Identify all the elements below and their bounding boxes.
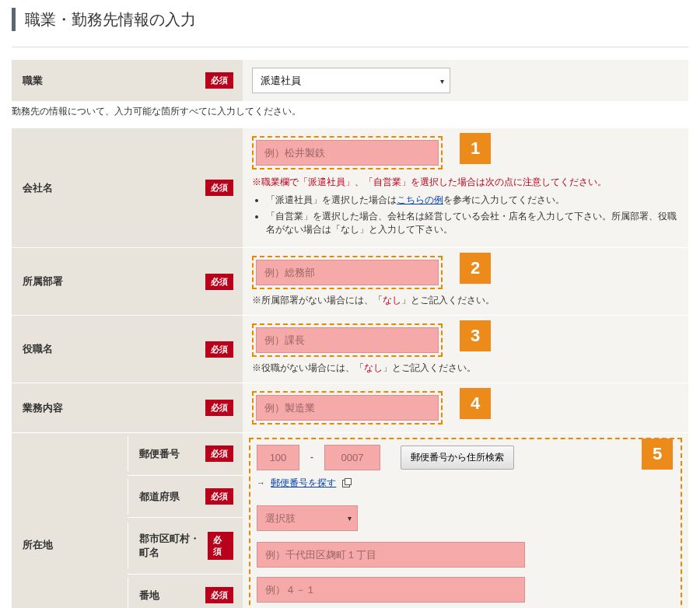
department-highlight: 2: [252, 256, 443, 289]
postal-search-button[interactable]: 郵便番号から住所検索: [401, 446, 514, 470]
company-bullet-2: 「自営業」を選択した場合、会社名は経営している会社・店名を入力して下さい。所属部…: [266, 210, 679, 236]
occupation-select-wrap: 派遣社員 ▾: [252, 68, 450, 93]
company-warn: ※職業欄で「派遣社員」、「自営業」を選択した場合は次の点に注意してください。: [252, 176, 679, 189]
dash: -: [310, 452, 313, 463]
title-accent: [12, 8, 16, 31]
arrow-right-icon: →: [257, 478, 265, 487]
address-group-label: 所在地: [12, 433, 128, 609]
banchi-label: 番地: [139, 589, 159, 603]
external-link-icon: [342, 480, 350, 487]
company-name-highlight: 1: [252, 136, 443, 169]
workplace-table: 会社名 必須 1 ※職業欄で「派遣社員」、「自営業」を選択した場合は次の点に注意…: [12, 128, 688, 608]
postal-label: 郵便番号: [139, 447, 180, 461]
department-note: ※所属部署がない場合には、「なし」とご記入ください。: [252, 294, 679, 307]
banchi-input[interactable]: [257, 577, 525, 603]
divider: [12, 47, 688, 47]
prefecture-select[interactable]: 選択肢: [257, 505, 358, 531]
position-highlight: 3: [252, 323, 443, 357]
required-badge: 必須: [205, 400, 233, 416]
prefecture-label: 都道府県: [139, 490, 180, 504]
required-badge: 必須: [205, 341, 233, 358]
required-badge: 必須: [205, 274, 233, 290]
position-input[interactable]: [256, 327, 439, 353]
occupation-select[interactable]: 派遣社員: [252, 68, 450, 93]
required-badge: 必須: [205, 72, 233, 89]
page-title-bar: 職業・勤務先情報の入力: [12, 8, 688, 31]
job-content-highlight: 4: [252, 391, 443, 425]
job-content-input[interactable]: [256, 395, 439, 421]
position-note: ※役職がない場合には、「なし」とご記入ください。: [252, 362, 679, 375]
required-badge: 必須: [208, 532, 233, 560]
badge-2: 2: [460, 253, 491, 284]
postal-input-2[interactable]: [324, 445, 380, 470]
badge-1: 1: [460, 133, 491, 164]
required-badge: 必須: [205, 180, 233, 196]
find-zip-row: → 郵便番号を探す: [257, 477, 674, 490]
occupation-table: 職業 必須 派遣社員 ▾: [12, 59, 688, 101]
department-input[interactable]: [256, 260, 439, 285]
badge-4: 4: [460, 388, 491, 419]
postal-input-1[interactable]: [257, 445, 299, 470]
required-badge: 必須: [205, 446, 233, 462]
department-label: 所属部署: [23, 274, 63, 288]
prefecture-select-wrap: 選択肢 ▾: [257, 505, 358, 531]
page-title: 職業・勤務先情報の入力: [25, 9, 196, 30]
company-name-input[interactable]: [256, 140, 439, 166]
company-bullets: 「派遣社員」を選択した場合はこちらの例を参考に入力してください。 「自営業」を選…: [252, 194, 679, 236]
city-input[interactable]: [257, 542, 525, 568]
required-badge: 必須: [205, 587, 233, 603]
badge-3: 3: [460, 320, 491, 351]
city-label: 郡市区町村・町名: [139, 532, 208, 560]
company-example-link[interactable]: こちらの例: [397, 194, 443, 205]
instruction-text: 勤務先の情報について、入力可能な箇所すべてに入力してください。: [12, 105, 688, 118]
position-label: 役職名: [23, 342, 53, 356]
job-content-label: 業務内容: [23, 401, 63, 415]
company-name-label: 会社名: [23, 181, 53, 195]
required-badge: 必須: [205, 488, 233, 505]
find-postal-link[interactable]: 郵便番号を探す: [271, 477, 336, 488]
company-bullet-1: 「派遣社員」を選択した場合はこちらの例を参考に入力してください。: [266, 194, 679, 207]
badge-5: 5: [642, 439, 673, 470]
occupation-label: 職業: [23, 74, 43, 88]
address-highlight: 5 - 郵便番号から住所検索 → 郵便番号を探す: [249, 438, 682, 608]
